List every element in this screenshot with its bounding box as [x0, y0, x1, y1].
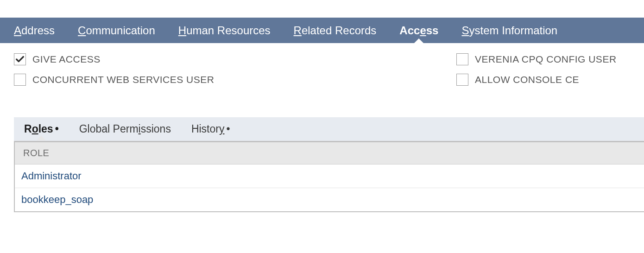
- check-row-verenia-cpq-config-user: VERENIA CPQ CONFIG USER: [456, 53, 617, 65]
- table-header-role: ROLE: [15, 142, 644, 164]
- top-tab-access[interactable]: Access: [399, 19, 438, 43]
- top-tab-related-records[interactable]: Related Records: [294, 19, 377, 43]
- checkbox[interactable]: [14, 74, 26, 86]
- checkbox-label: CONCURRENT WEB SERVICES USER: [32, 74, 214, 85]
- check-row-give-access: GIVE ACCESS: [14, 53, 456, 65]
- checkbox-label: ALLOW CONSOLE CE: [475, 74, 579, 85]
- sub-tabs: Roles•Global PermissionsHistory•: [14, 117, 644, 141]
- checkbox[interactable]: [456, 74, 468, 86]
- top-tab-communication[interactable]: Communication: [78, 19, 155, 43]
- table-row[interactable]: bookkeep_soap: [15, 188, 644, 211]
- top-tab-human-resources[interactable]: Human Resources: [178, 19, 271, 43]
- check-row-allow-console-ce: ALLOW CONSOLE CE: [456, 74, 617, 86]
- sub-tab-roles[interactable]: Roles•: [14, 118, 69, 140]
- top-tab-address[interactable]: Address: [14, 19, 55, 43]
- table-row[interactable]: Administrator: [15, 164, 644, 188]
- check-row-concurrent-web-services-user: CONCURRENT WEB SERVICES USER: [14, 74, 456, 86]
- sub-tab-global-permissions[interactable]: Global Permissions: [69, 118, 181, 140]
- checkbox[interactable]: [14, 53, 26, 65]
- checkbox-label: GIVE ACCESS: [32, 54, 101, 65]
- table-body: Administratorbookkeep_soap: [15, 164, 644, 211]
- checkbox-label: VERENIA CPQ CONFIG USER: [475, 54, 617, 65]
- top-tabs: AddressCommunicationHuman ResourcesRelat…: [0, 18, 644, 43]
- checkbox[interactable]: [456, 53, 468, 65]
- top-tab-system-information[interactable]: System Information: [461, 19, 557, 43]
- sub-tab-history[interactable]: History•: [181, 118, 240, 140]
- roles-table: ROLE Administratorbookkeep_soap: [14, 141, 644, 212]
- checks-col-1: GIVE ACCESSCONCURRENT WEB SERVICES USER: [14, 53, 456, 94]
- checks-col-2: VERENIA CPQ CONFIG USERALLOW CONSOLE CE: [456, 53, 617, 94]
- access-checkboxes: GIVE ACCESSCONCURRENT WEB SERVICES USER …: [0, 43, 644, 94]
